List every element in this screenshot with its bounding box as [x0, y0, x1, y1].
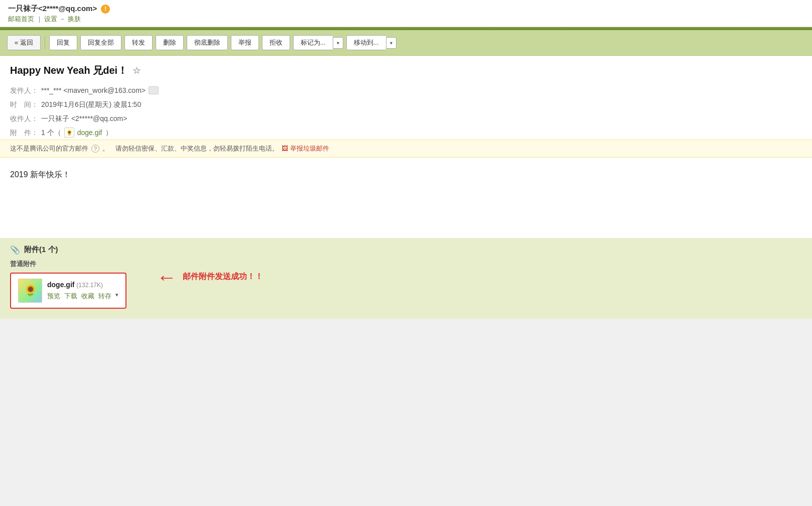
user-display-name: 一只袜子<2****@qq.com>	[8, 4, 97, 14]
attachment-filename: doge.gif (132.17K)	[47, 281, 118, 289]
nav-home-link[interactable]: 邮箱首页	[8, 15, 34, 23]
filename-text: doge.gif	[47, 281, 74, 289]
attachment-panel: 📎 附件(1 个) 普通附件 🌻 doge.gif (132.17K) 预览 下…	[10, 245, 126, 309]
delete-button[interactable]: 删除	[156, 35, 184, 50]
attach-end: ）	[105, 125, 112, 140]
attachment-header: 📎 附件(1 个)	[10, 245, 126, 255]
back-button[interactable]: « 返回	[7, 35, 41, 50]
bottom-section: 📎 附件(1 个) 普通附件 🌻 doge.gif (132.17K) 预览 下…	[0, 238, 812, 319]
mark-as-dropdown[interactable]: 标记为... ▾	[293, 35, 343, 50]
time-label: 时 间：	[10, 97, 38, 111]
warning-icon: !	[101, 5, 110, 14]
attach-label: 附 件：	[10, 125, 38, 140]
header: 一只袜子<2****@qq.com> ! 邮箱首页 ｜ 设置 － 换肤	[0, 0, 812, 27]
attach-inline-icon: 🌻	[64, 128, 74, 138]
contact-card-icon[interactable]	[149, 86, 159, 94]
from-label: 发件人：	[10, 83, 38, 97]
report-button[interactable]: 举报	[231, 35, 259, 50]
email-meta: 发件人： ***_*** <maven_work@163.com> 时 间： 2…	[10, 83, 802, 140]
attachment-type-label: 普通附件	[10, 260, 126, 269]
annotation-arrow: ←	[157, 267, 177, 287]
to-value: 一只袜子 <2*****@qq.com>	[41, 111, 127, 125]
attachment-file-row: 🌻 doge.gif (132.17K) 预览 下载 收藏 转存 ▾	[18, 279, 118, 303]
email-content: Happy New Yeah 兄dei！ ☆ 发件人： ***_*** <mav…	[0, 56, 812, 140]
reject-button[interactable]: 拒收	[262, 35, 290, 50]
time-row: 时 间： 2019年1月6日(星期天) 凌晨1:50	[10, 97, 802, 111]
warning-text-2: 。 请勿轻信密保、汇款、中奖信息，勿轻易拨打陌生电话。	[102, 144, 279, 153]
preview-link[interactable]: 预览	[47, 292, 60, 301]
nav-sep: ｜	[36, 15, 43, 23]
attachment-thumbnail: 🌻	[18, 279, 42, 303]
reply-all-button[interactable]: 回复全部	[80, 35, 121, 50]
toolbar-separator-1	[45, 37, 45, 49]
toolbar: « 返回 回复 回复全部 转发 删除 彻底删除 举报 拒收 标记为... ▾ 移…	[0, 30, 812, 56]
to-label: 收件人：	[10, 111, 38, 125]
save-dropdown-arrow[interactable]: ▾	[115, 292, 118, 301]
collect-link[interactable]: 收藏	[81, 292, 94, 301]
forward-button[interactable]: 转发	[124, 35, 153, 50]
question-icon[interactable]: ?	[91, 145, 99, 153]
download-link[interactable]: 下载	[64, 292, 77, 301]
report-spam-link[interactable]: 🖼 举报垃圾邮件	[282, 144, 329, 153]
reply-button[interactable]: 回复	[49, 35, 77, 50]
move-to-dropdown[interactable]: 移动到... ▾	[346, 35, 396, 50]
header-nav: 邮箱首页 ｜ 设置 － 换肤	[8, 15, 804, 24]
from-row: 发件人： ***_*** <maven_work@163.com>	[10, 83, 802, 97]
nav-settings-link[interactable]: 设置	[44, 15, 57, 23]
attach-inline-name[interactable]: doge.gif	[77, 125, 102, 140]
warning-text-1: 这不是腾讯公司的官方邮件	[10, 144, 88, 153]
mark-as-button[interactable]: 标记为...	[293, 35, 333, 50]
move-to-button[interactable]: 移动到...	[346, 35, 386, 50]
nav-skin-link[interactable]: 换肤	[68, 15, 81, 23]
attachment-actions: 预览 下载 收藏 转存 ▾	[47, 292, 118, 301]
save-link[interactable]: 转存	[98, 292, 111, 301]
attachment-file-info: doge.gif (132.17K) 预览 下载 收藏 转存 ▾	[47, 281, 118, 301]
attachment-header-label: 附件(1 个)	[24, 245, 58, 255]
delete-perm-button[interactable]: 彻底删除	[187, 35, 228, 50]
attachment-card: 🌻 doge.gif (132.17K) 预览 下载 收藏 转存 ▾	[10, 273, 126, 309]
filesize-text: (132.17K)	[76, 282, 103, 289]
from-value: ***_*** <maven_work@163.com>	[41, 83, 146, 97]
nav-dash: －	[59, 15, 66, 23]
attach-row: 附 件： 1 个（ 🌻 doge.gif ）	[10, 125, 802, 140]
time-value: 2019年1月6日(星期天) 凌晨1:50	[41, 97, 141, 111]
header-user: 一只袜子<2****@qq.com> !	[8, 4, 804, 14]
thumbnail-emoji: 🌻	[24, 284, 37, 297]
to-row: 收件人： 一只袜子 <2*****@qq.com>	[10, 111, 802, 125]
annotation-area: ← 邮件附件发送成功！！	[147, 267, 263, 287]
attach-count: 1 个（	[41, 125, 61, 140]
annotation-text: 邮件附件发送成功！！	[183, 272, 263, 282]
subject-text: Happy New Yeah 兄dei！	[10, 64, 127, 77]
paperclip-icon: 📎	[10, 245, 20, 255]
star-icon[interactable]: ☆	[132, 65, 141, 76]
email-body: 2019 新年快乐！	[0, 158, 812, 238]
email-subject: Happy New Yeah 兄dei！ ☆	[10, 64, 802, 77]
move-to-arrow[interactable]: ▾	[386, 37, 396, 49]
mark-as-arrow[interactable]: ▾	[333, 37, 343, 49]
email-body-text: 2019 新年快乐！	[10, 170, 802, 180]
warning-banner: 这不是腾讯公司的官方邮件 ? 。 请勿轻信密保、汇款、中奖信息，勿轻易拨打陌生电…	[0, 140, 812, 158]
